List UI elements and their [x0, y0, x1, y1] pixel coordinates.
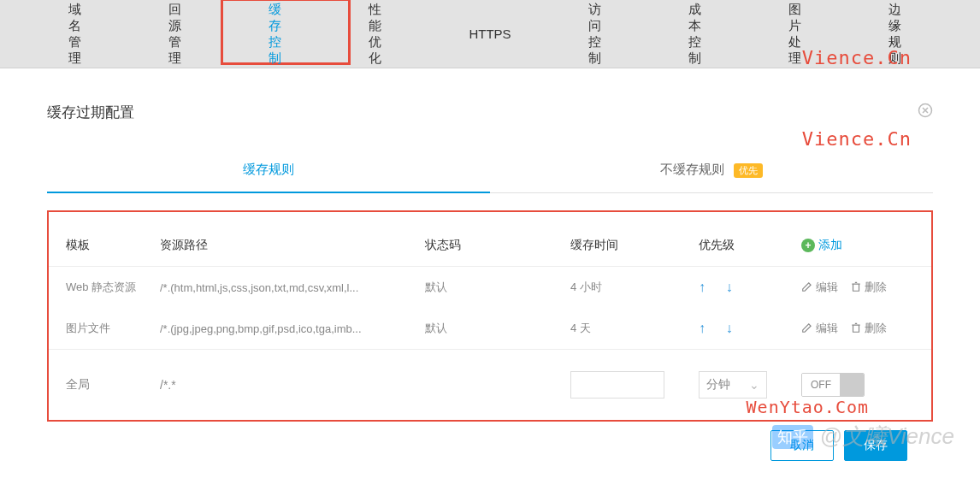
header-time: 缓存时间: [570, 238, 699, 253]
toggle-label: OFF: [802, 374, 840, 396]
close-button[interactable]: [918, 103, 933, 121]
nav-image[interactable]: 图片处理: [771, 0, 829, 75]
move-down-icon[interactable]: ↓: [726, 321, 733, 336]
nav-domain[interactable]: 域名管理: [51, 0, 109, 75]
global-path: /*.*: [160, 378, 425, 392]
unit-select[interactable]: 分钟 ⌄: [699, 371, 767, 398]
zhihu-watermark: 知乎 @文曦Vience: [772, 422, 954, 452]
edit-label: 编辑: [816, 280, 838, 295]
nav-cost[interactable]: 成本控制: [671, 0, 729, 75]
header-priority: 优先级: [699, 238, 801, 253]
trash-icon: [850, 280, 862, 295]
delete-button[interactable]: 删除: [850, 280, 887, 295]
header-template: 模板: [66, 238, 160, 253]
add-button[interactable]: + 添加: [801, 238, 842, 253]
header-status: 状态码: [425, 238, 570, 253]
toggle-switch[interactable]: OFF: [801, 373, 865, 397]
zhihu-text: @文曦Vience: [820, 422, 954, 452]
zhihu-logo: 知乎: [772, 425, 813, 449]
cell-template: Web 静态资源: [66, 280, 160, 295]
modal-title: 缓存过期配置: [47, 103, 134, 122]
cell-template: 图片文件: [66, 321, 160, 336]
move-up-icon[interactable]: ↑: [699, 280, 705, 295]
top-navigation: 域名管理 回源管理 缓存控制 性能优化 HTTPS 访问控制 成本控制 图片处理…: [0, 0, 980, 68]
sub-tabs: 缓存规则 不缓存规则 优先: [47, 148, 933, 193]
close-icon: [918, 103, 933, 118]
edit-icon: [801, 280, 813, 295]
cell-status: 默认: [425, 321, 570, 336]
table-header: 模板 资源路径 状态码 缓存时间 优先级 + 添加: [49, 229, 931, 267]
tab-label: 不缓存规则: [660, 162, 724, 176]
edit-icon: [801, 322, 813, 336]
plus-icon: +: [801, 239, 815, 252]
priority-badge: 优先: [734, 163, 763, 178]
edit-button[interactable]: 编辑: [801, 280, 838, 295]
delete-label: 删除: [865, 321, 887, 336]
global-row: 全局 /*.* 分钟 ⌄ OFF: [49, 349, 931, 411]
table-row: 图片文件 /*.(jpg,jpeg,png,bmp,gif,psd,ico,tg…: [49, 308, 931, 349]
add-label: 添加: [818, 238, 842, 253]
tab-cache-rules[interactable]: 缓存规则: [47, 148, 490, 193]
nav-performance[interactable]: 性能优化: [351, 0, 409, 75]
nav-access[interactable]: 访问控制: [571, 0, 629, 75]
header-path: 资源路径: [160, 238, 425, 253]
cell-time: 4 小时: [570, 280, 699, 295]
nav-origin[interactable]: 回源管理: [151, 0, 209, 75]
global-label: 全局: [66, 377, 160, 393]
nav-edge[interactable]: 边缘规则: [871, 0, 929, 75]
chevron-down-icon: ⌄: [749, 378, 759, 392]
trash-icon: [850, 322, 862, 336]
cell-path: /*.(jpg,jpeg,png,bmp,gif,psd,ico,tga,imb…: [160, 322, 425, 335]
move-up-icon[interactable]: ↑: [699, 321, 705, 336]
cell-path: /*.(htm,html,js,css,json,txt,md,csv,xml,…: [160, 281, 425, 294]
table-row: Web 静态资源 /*.(htm,html,js,css,json,txt,md…: [49, 267, 931, 308]
time-input[interactable]: [570, 371, 664, 398]
cell-status: 默认: [425, 280, 570, 295]
edit-button[interactable]: 编辑: [801, 321, 838, 336]
delete-label: 删除: [865, 280, 887, 295]
nav-https[interactable]: HTTPS: [452, 18, 528, 50]
cell-time: 4 天: [570, 321, 699, 336]
content-area: 模板 资源路径 状态码 缓存时间 优先级 + 添加 Web 静态资源 /*.(h…: [47, 210, 933, 422]
tab-no-cache-rules[interactable]: 不缓存规则 优先: [490, 148, 933, 193]
tab-label: 缓存规则: [243, 162, 294, 176]
delete-button[interactable]: 删除: [850, 321, 887, 336]
toggle-handle: [840, 374, 864, 396]
move-down-icon[interactable]: ↓: [726, 280, 733, 295]
edit-label: 编辑: [816, 321, 838, 336]
nav-cache-control[interactable]: 缓存控制: [251, 0, 309, 75]
unit-label: 分钟: [706, 377, 730, 393]
